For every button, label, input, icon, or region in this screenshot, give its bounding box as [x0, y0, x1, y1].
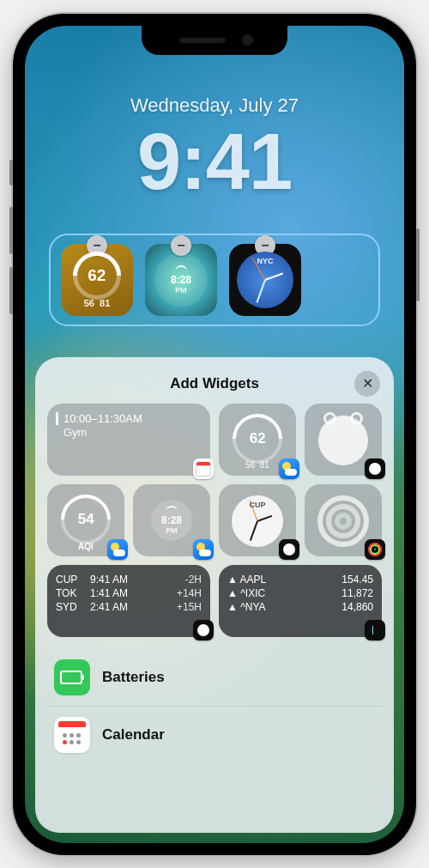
suggestion-city-clock[interactable]: CUP: [219, 484, 296, 556]
app-row-calendar[interactable]: Calendar: [47, 706, 382, 763]
widget-slot-world-clock[interactable]: − NYC: [229, 244, 301, 316]
analog-clock-icon: CUP: [232, 495, 283, 547]
suggestion-calendar-event[interactable]: 10:00–11:30AM Gym: [47, 404, 210, 476]
widget-slot-weather[interactable]: − 62 56 81: [61, 244, 133, 316]
suggestion-sunrise[interactable]: 8:28 PM: [133, 484, 210, 556]
suggestion-alarm[interactable]: [305, 404, 382, 476]
fitness-app-icon: [365, 539, 385, 560]
clock-app-icon: [365, 458, 385, 479]
notch: [142, 26, 287, 55]
fitness-rings-icon: [317, 495, 369, 547]
add-widgets-sheet: Add Widgets ✕ 10:00–11:30AM Gym 62 56 81: [35, 357, 394, 833]
suggestion-world-timezones[interactable]: CUP9:41 AM-2H TOK1:41 AM+14H SYD2:41 AM+…: [47, 565, 210, 637]
remove-widget-button[interactable]: −: [171, 235, 191, 256]
clock-app-icon: [193, 620, 214, 640]
calendar-app-icon: [193, 458, 214, 479]
calendar-app-icon: [54, 717, 90, 753]
sheet-title: Add Widgets: [170, 375, 259, 392]
suggestion-stocks[interactable]: ▲ AAPL154.45 ▲ ^IXIC11,872 ▲ ^NYA14,860: [219, 565, 382, 637]
weather-app-icon: [279, 458, 299, 479]
widget-slot-sunrise[interactable]: − 8:28 PM: [145, 244, 217, 316]
weather-app-icon: [193, 539, 214, 560]
close-icon: ✕: [362, 375, 373, 392]
suggestion-fitness-rings[interactable]: [305, 484, 382, 556]
suggestion-weather-gauge[interactable]: 62 56 81: [219, 404, 296, 476]
suggestion-aqi[interactable]: 54 AQI: [47, 484, 124, 556]
weather-gauge-widget: 62 56 81: [61, 244, 133, 316]
clock-app-icon: [279, 539, 299, 560]
sunrise-icon: [166, 506, 178, 513]
lock-time[interactable]: 9:41: [25, 122, 404, 201]
world-clock-widget: NYC: [229, 244, 301, 316]
widget-app-list: Batteries Calendar: [47, 649, 382, 763]
weather-app-icon: [107, 539, 128, 560]
widget-slot-row[interactable]: − 62 56 81 − 8:28 PM −: [49, 234, 380, 326]
sunrise-icon: [175, 265, 187, 272]
close-button[interactable]: ✕: [354, 371, 380, 397]
batteries-app-icon: [54, 659, 90, 695]
alarm-icon: [318, 416, 368, 465]
lock-date[interactable]: Wednesday, July 27: [25, 94, 404, 117]
stocks-app-icon: [365, 620, 385, 640]
app-row-batteries[interactable]: Batteries: [47, 649, 382, 706]
weather-temp: 62: [88, 266, 106, 285]
phone-frame: Wednesday, July 27 9:41 − 62 56 81 − 8:2…: [13, 14, 416, 855]
screen: Wednesday, July 27 9:41 − 62 56 81 − 8:2…: [25, 26, 404, 843]
widget-suggestions-grid: 10:00–11:30AM Gym 62 56 81 54 AQI: [47, 404, 382, 637]
